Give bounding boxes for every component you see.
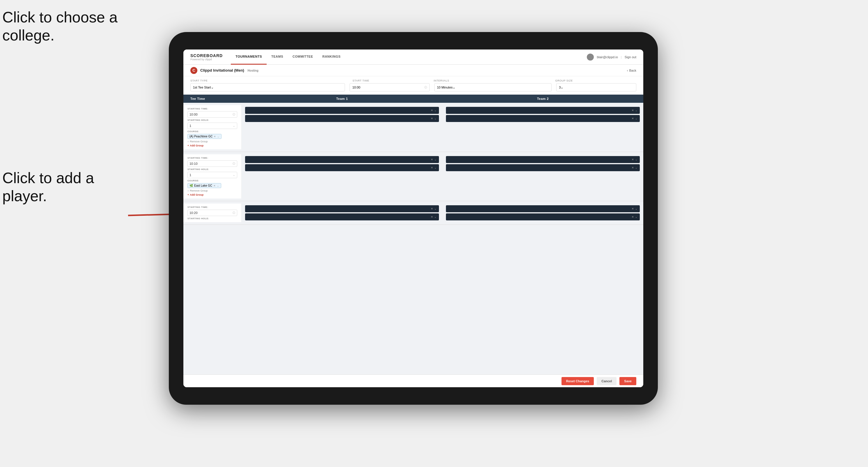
content-area: Start Type Start Time Intervals Group Si… bbox=[183, 76, 643, 387]
group-size-label: Group Size bbox=[555, 79, 636, 82]
slot-x-icon[interactable]: ✕ bbox=[632, 166, 634, 169]
player-slot[interactable]: ✕ ⌄ bbox=[446, 115, 640, 122]
sign-out-link[interactable]: Sign out bbox=[625, 55, 636, 59]
player-slot[interactable]: ✕ ⌄ bbox=[245, 107, 439, 114]
nav-tournaments[interactable]: Tournaments bbox=[231, 50, 267, 65]
remove-group-1[interactable]: ○ Remove Group bbox=[187, 140, 237, 143]
table-row: STARTING TIME: 10:10 ⓘ STARTING HOLE: 1 … bbox=[183, 152, 643, 201]
add-group-2[interactable]: + Add Group bbox=[187, 193, 237, 196]
player-slot[interactable]: ✕ ⌄ bbox=[245, 115, 439, 122]
remove-group-2[interactable]: ○ Remove Group bbox=[187, 189, 237, 192]
course-tags-2: 🌿 East Lake GC ✕ ⌄ bbox=[187, 183, 237, 188]
user-avatar bbox=[587, 54, 594, 61]
course-tags-1: (A) Peachtree GC ✕ ⌄ bbox=[187, 134, 237, 139]
player-slot[interactable]: ✕ ⌄ bbox=[446, 156, 640, 163]
table-body: STARTING TIME: 10:00 ⓘ STARTING HOLE: 1 … bbox=[183, 103, 643, 374]
nav-bar: SCOREBOARD Powered by clippd Tournaments… bbox=[183, 50, 643, 65]
tee-info-3: STARTING TIME: 10:20 ⓘ STARTING HOLE: bbox=[183, 204, 242, 222]
course-tag-remove-1[interactable]: ✕ bbox=[214, 135, 216, 138]
slot-x-icon[interactable]: ✕ bbox=[431, 166, 433, 169]
slot-chevron-icon[interactable]: ⌄ bbox=[434, 109, 437, 112]
course-tag-1[interactable]: (A) Peachtree GC ✕ ⌄ bbox=[187, 134, 221, 139]
player-slot[interactable]: ✕ ⌄ bbox=[446, 164, 640, 171]
start-type-label: Start Type bbox=[190, 79, 352, 82]
tablet-frame: SCOREBOARD Powered by clippd Tournaments… bbox=[169, 32, 658, 405]
course-tag-2[interactable]: 🌿 East Lake GC ✕ ⌄ bbox=[187, 183, 221, 188]
starting-hole-input-1[interactable]: 1 ⌄ bbox=[187, 123, 237, 129]
group-size-select[interactable]: 3 ⌄ bbox=[556, 83, 636, 91]
starting-hole-label-2: STARTING HOLE: bbox=[187, 168, 237, 170]
logo-sub: Powered by clippd bbox=[190, 58, 223, 61]
starting-time-input-1[interactable]: 10:00 ⓘ bbox=[187, 111, 237, 118]
intervals-label: Intervals bbox=[434, 79, 555, 82]
team2-col-1: ✕ ⌄ ✕ ⌄ bbox=[442, 105, 643, 149]
slot-chevron-icon[interactable]: ⌄ bbox=[434, 117, 437, 120]
slot-x-icon[interactable]: ✕ bbox=[632, 117, 634, 120]
player-slot[interactable]: ✕ ⌄ bbox=[245, 213, 439, 220]
player-slot[interactable]: ✕ ⌄ bbox=[446, 213, 640, 220]
slot-chevron-icon[interactable]: ⌄ bbox=[635, 166, 638, 169]
settings-bar: Start Type Start Time Intervals Group Si… bbox=[183, 76, 643, 95]
player-slot[interactable]: ✕ ⌄ bbox=[446, 107, 640, 114]
team1-col-3: ✕ ⌄ ✕ ⌄ bbox=[242, 204, 442, 222]
hosting-badge: Hosting bbox=[248, 69, 258, 72]
col-team1: Team 1 bbox=[242, 97, 442, 100]
tee-info-2: STARTING TIME: 10:10 ⓘ STARTING HOLE: 1 … bbox=[183, 154, 242, 198]
nav-committee[interactable]: Committee bbox=[288, 50, 318, 65]
start-time-input[interactable]: 10:00 ⓘ bbox=[349, 83, 430, 91]
tournament-icon: C bbox=[190, 67, 197, 74]
team1-col-2: ✕ ⌄ ✕ ⌄ bbox=[242, 154, 442, 198]
slot-x-icon[interactable]: ✕ bbox=[431, 215, 433, 218]
starting-time-label-3: STARTING TIME: bbox=[187, 206, 237, 209]
player-slot[interactable]: ✕ ⌄ bbox=[446, 205, 640, 212]
reset-button[interactable]: Reset Changes bbox=[561, 377, 594, 385]
slot-x-icon[interactable]: ✕ bbox=[431, 117, 433, 120]
slot-chevron-icon[interactable]: ⌄ bbox=[635, 215, 638, 218]
col-team2: Team 2 bbox=[442, 97, 643, 100]
slot-x-icon[interactable]: ✕ bbox=[632, 207, 634, 210]
team2-col-2: ✕ ⌄ ✕ ⌄ bbox=[442, 154, 643, 198]
starting-hole-input-2[interactable]: 1 ⌄ bbox=[187, 172, 237, 178]
course-tag-remove-2[interactable]: ✕ bbox=[213, 184, 216, 187]
annotation-choose-college: Click to choose a college. bbox=[2, 8, 125, 44]
start-time-label: Start Time bbox=[352, 79, 434, 82]
player-slot[interactable]: ✕ ⌄ bbox=[245, 205, 439, 212]
back-button[interactable]: ‹ Back bbox=[627, 69, 636, 72]
player-slot[interactable]: ✕ ⌄ bbox=[245, 164, 439, 171]
slot-chevron-icon[interactable]: ⌄ bbox=[434, 166, 437, 169]
add-group-1[interactable]: + Add Group bbox=[187, 144, 237, 147]
save-button[interactable]: Save bbox=[619, 377, 636, 385]
intervals-select[interactable]: 10 Minutes ⌄ bbox=[434, 83, 552, 91]
starting-time-input-2[interactable]: 10:10 ⓘ bbox=[187, 160, 237, 167]
cancel-button[interactable]: Cancel bbox=[597, 377, 617, 385]
starting-hole-label-1: STARTING HOLE: bbox=[187, 119, 237, 121]
start-type-select[interactable]: 1st Tee Start ⌄ bbox=[190, 83, 345, 91]
slot-x-icon[interactable]: ✕ bbox=[632, 158, 634, 161]
slot-x-icon[interactable]: ✕ bbox=[632, 215, 634, 218]
nav-teams[interactable]: Teams bbox=[267, 50, 288, 65]
slot-chevron-icon[interactable]: ⌄ bbox=[635, 109, 638, 112]
slot-chevron-icon[interactable]: ⌄ bbox=[434, 158, 437, 161]
slot-x-icon[interactable]: ✕ bbox=[632, 109, 634, 112]
logo-title: SCOREBOARD bbox=[190, 53, 223, 58]
slot-chevron-icon[interactable]: ⌄ bbox=[434, 215, 437, 218]
slot-x-icon[interactable]: ✕ bbox=[431, 109, 433, 112]
team2-col-3: ✕ ⌄ ✕ ⌄ bbox=[442, 204, 643, 222]
slot-chevron-icon[interactable]: ⌄ bbox=[635, 207, 638, 210]
table-header: Tee Time Team 1 Team 2 bbox=[183, 95, 643, 103]
slot-chevron-icon[interactable]: ⌄ bbox=[635, 117, 638, 120]
table-row: STARTING TIME: 10:20 ⓘ STARTING HOLE: ✕ … bbox=[183, 201, 643, 225]
settings-inputs: 1st Tee Start ⌄ 10:00 ⓘ 10 Minutes ⌄ 3 ⌄ bbox=[190, 83, 636, 91]
subheader: C Clippd Invitational (Men) Hosting ‹ Ba… bbox=[183, 65, 643, 76]
nav-rankings[interactable]: Rankings bbox=[317, 50, 345, 65]
slot-x-icon[interactable]: ✕ bbox=[431, 207, 433, 210]
starting-time-label-2: STARTING TIME: bbox=[187, 157, 237, 159]
course-label-2: COURSE: bbox=[187, 179, 237, 182]
starting-time-input-3[interactable]: 10:20 ⓘ bbox=[187, 210, 237, 216]
player-slot[interactable]: ✕ ⌄ bbox=[245, 156, 439, 163]
settings-labels: Start Type Start Time Intervals Group Si… bbox=[190, 79, 636, 82]
nav-user: blair@clippd.io | Sign out bbox=[587, 54, 636, 61]
slot-x-icon[interactable]: ✕ bbox=[431, 158, 433, 161]
slot-chevron-icon[interactable]: ⌄ bbox=[434, 207, 437, 210]
slot-chevron-icon[interactable]: ⌄ bbox=[635, 158, 638, 161]
